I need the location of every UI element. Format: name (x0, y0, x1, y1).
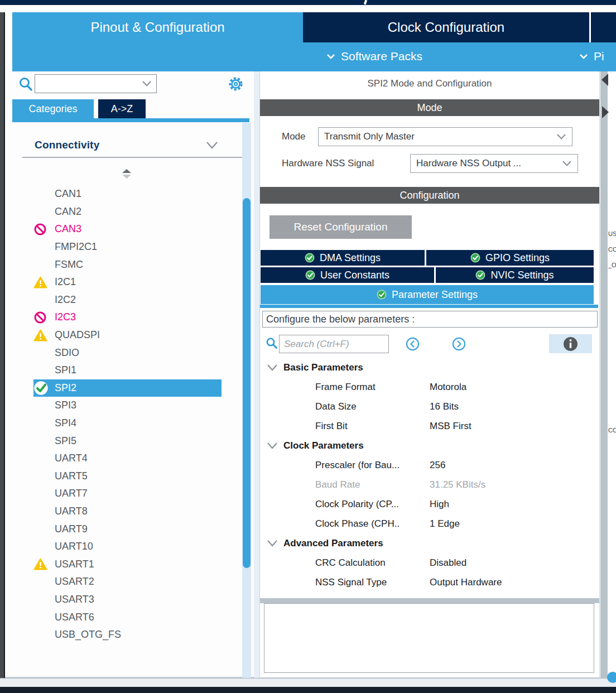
sidebar-item-fsmc[interactable]: FSMC (33, 256, 222, 273)
parameter-search-input[interactable] (279, 335, 389, 353)
previous-match-icon[interactable] (406, 337, 420, 351)
warning-icon (33, 329, 50, 342)
sidebar-item-label: I2C3 (55, 311, 76, 323)
tab-dma-settings[interactable]: DMA Settings (261, 250, 425, 266)
sidebar-item-uart9[interactable]: UART9 (33, 520, 222, 538)
sidebar-item-label: UART10 (55, 541, 93, 552)
tab-nvic-settings[interactable]: NVIC Settings (436, 267, 594, 283)
param-value[interactable]: 256 (430, 460, 445, 471)
tab-label: GPIO Settings (485, 252, 550, 264)
info-button[interactable] (549, 334, 592, 353)
sidebar-search-combobox[interactable] (35, 74, 157, 93)
sidebar-scrollbar-thumb[interactable] (243, 198, 251, 568)
sidebar-tab-categories[interactable]: Categories (12, 99, 94, 118)
sidebar-item-label: SPI5 (55, 435, 76, 447)
sidebar-item-uart5[interactable]: UART5 (33, 468, 222, 485)
param-value[interactable]: Motorola (430, 382, 466, 393)
sidebar-item-spi4[interactable]: SPI4 (33, 415, 222, 432)
tab-clipped[interactable] (591, 12, 616, 42)
sidebar-item-i2c1[interactable]: I2C1 (33, 273, 222, 291)
sidebar-item-spi5[interactable]: SPI5 (33, 432, 222, 450)
no-icon (33, 258, 50, 271)
chevron-down-icon[interactable] (205, 139, 219, 151)
check-icon (33, 381, 50, 394)
sidebar-item-label: USART3 (55, 594, 94, 605)
param-value[interactable]: 1 Edge (430, 518, 460, 530)
param-value[interactable]: 31.25 KBits/s (430, 479, 485, 490)
sidebar-tab-a-z[interactable]: A->Z (98, 99, 146, 118)
param-row-clock-phase-cph[interactable]: Clock Phase (CPH..1 Edge (259, 514, 597, 533)
window-bottom-bar (0, 687, 616, 693)
param-value[interactable]: High (430, 499, 449, 510)
sidebar-item-fmpi2c1[interactable]: FMPI2C1 (33, 238, 222, 256)
sidebar-item-can3[interactable]: CAN3 (33, 220, 222, 238)
param-value[interactable]: Disabled (430, 557, 466, 569)
sidebar-item-uart7[interactable]: UART7 (33, 485, 222, 503)
collapse-left-icon[interactable] (601, 74, 608, 86)
sidebar-item-label: SDIO (55, 347, 79, 359)
param-row-clock-polarity-cp[interactable]: Clock Polarity (CP...High (259, 494, 597, 514)
pinout-menu-clipped[interactable]: Pi (579, 50, 604, 63)
sidebar-item-quadspi[interactable]: QUADSPI (33, 326, 222, 344)
sidebar-item-usart2[interactable]: USART2 (33, 573, 222, 591)
tab-parameter-settings[interactable]: Parameter Settings (261, 285, 594, 304)
description-divider[interactable] (260, 598, 599, 603)
tab-label: User Constants (320, 270, 389, 281)
param-value[interactable]: MSB First (430, 421, 471, 432)
sidebar-item-sdio[interactable]: SDIO (33, 344, 222, 362)
tab-clock-configuration[interactable]: Clock Configuration (303, 12, 589, 42)
chevron-down-icon (267, 442, 278, 450)
param-group-clock-parameters[interactable]: Clock Parameters (259, 436, 597, 455)
reset-configuration-button[interactable]: Reset Configuration (270, 215, 412, 239)
collapse-right-icon[interactable] (602, 106, 609, 118)
sidebar-item-usart1[interactable]: USART1 (33, 555, 222, 573)
sidebar-item-i2c2[interactable]: I2C2 (33, 291, 222, 309)
param-row-data-size[interactable]: Data Size16 Bits (259, 397, 597, 416)
param-row-frame-format[interactable]: Frame FormatMotorola (259, 377, 597, 397)
scroll-corner-dot[interactable] (607, 672, 616, 683)
parameter-description-box (264, 603, 594, 673)
param-row-nss-signal-type[interactable]: NSS Signal TypeOutput Hardware (259, 572, 597, 592)
sidebar-item-uart8[interactable]: UART8 (33, 503, 222, 521)
sidebar-item-spi1[interactable]: SPI1 (33, 362, 222, 379)
clipped-pin-label: CC_ (608, 427, 616, 434)
software-packs-label: Software Packs (341, 50, 422, 63)
param-group-advanced-parameters[interactable]: Advanced Parameters (259, 533, 597, 553)
window-top-bar (0, 0, 616, 5)
no-icon (33, 504, 50, 518)
list-resize-handle-icon[interactable] (122, 169, 131, 179)
param-group-label: Clock Parameters (283, 440, 364, 451)
param-group-basic-parameters[interactable]: Basic Parameters (259, 358, 597, 377)
panel-splitter[interactable] (254, 71, 259, 678)
sidebar-item-can2[interactable]: CAN2 (33, 203, 222, 221)
sidebar-item-label: SPI2 (55, 382, 76, 394)
sidebar-item-can1[interactable]: CAN1 (33, 185, 222, 203)
sidebar-item-usb_otg_fs[interactable]: USB_OTG_FS (33, 626, 222, 644)
sidebar-item-label: UART7 (55, 488, 88, 499)
param-value[interactable]: Output Hardware (430, 577, 502, 588)
param-row-prescaler-for-bau[interactable]: Prescaler (for Bau...256 (259, 455, 597, 475)
hardware-nss-dropdown[interactable]: Hardware NSS Output ... (410, 154, 578, 173)
param-row-baud-rate[interactable]: Baud Rate31.25 KBits/s (259, 475, 597, 494)
software-packs-menu[interactable]: Software Packs (326, 50, 422, 63)
gear-icon[interactable] (228, 76, 243, 92)
mode-dropdown[interactable]: Transmit Only Master (318, 127, 572, 146)
sidebar-item-uart4[interactable]: UART4 (33, 450, 222, 468)
sidebar-item-usart3[interactable]: USART3 (33, 591, 222, 609)
param-row-first-bit[interactable]: First BitMSB First (259, 416, 597, 436)
tab-gpio-settings[interactable]: GPIO Settings (426, 250, 594, 266)
sidebar-item-usart6[interactable]: USART6 (33, 608, 222, 626)
param-row-crc-calculation[interactable]: CRC CalculationDisabled (259, 553, 597, 572)
param-value[interactable]: 16 Bits (430, 401, 459, 412)
tab-user-constants[interactable]: User Constants (261, 267, 434, 283)
next-match-icon[interactable] (452, 337, 466, 351)
sidebar-item-spi3[interactable]: SPI3 (33, 397, 222, 415)
sidebar-item-uart10[interactable]: UART10 (33, 538, 222, 556)
sidebar-item-i2c3[interactable]: I2C3 (33, 309, 222, 326)
clipped-pin-label: _O (608, 262, 616, 268)
no-icon (33, 610, 50, 624)
sidebar-item-spi2[interactable]: SPI2 (33, 379, 222, 397)
right-splitter-bar[interactable] (600, 71, 608, 678)
tab-pinout-configuration[interactable]: Pinout & Configuration (12, 12, 303, 42)
category-connectivity-header[interactable]: Connectivity (35, 139, 99, 151)
